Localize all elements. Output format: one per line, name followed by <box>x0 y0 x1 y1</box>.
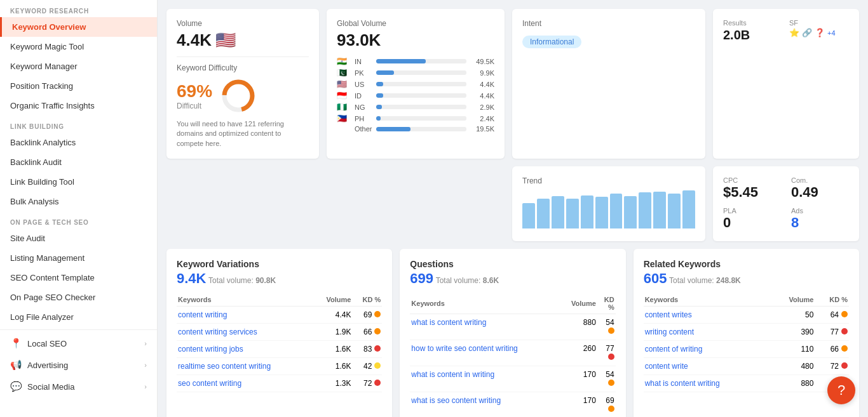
kv-table: Keywords Volume KD % content writing 4.4… <box>177 293 382 392</box>
country-flag: 🇺🇸 <box>337 79 351 89</box>
sidebar-item-seo-content-template[interactable]: SEO Content Template <box>0 268 157 288</box>
ads-label: Ads <box>791 207 849 215</box>
trend-card: Trend <box>512 166 705 241</box>
volume-bar <box>376 93 383 98</box>
keyword-link[interactable]: realtime seo content writing <box>178 362 271 371</box>
table-row: what is content in writing 170 54 <box>410 366 615 392</box>
sidebar-item-position-tracking[interactable]: Position Tracking <box>0 76 157 96</box>
rk-summary: 605 Total volume: 248.8K <box>644 270 849 287</box>
table-row: content writing services 1.9K 66 <box>177 324 382 341</box>
keyword-cell: realtime seo content writing <box>177 358 313 375</box>
sidebar-item-local-seo[interactable]: 📍 Local SEO › <box>0 333 157 354</box>
volume-cell: 110 <box>770 341 815 358</box>
sidebar-item-social-media[interactable]: 💬 Social Media › <box>0 376 157 397</box>
global-volume-rows: 🇮🇳 IN 49.5K 🇵🇰 PK 9.9K 🇺🇸 US 4.4K 🇮🇩 ID <box>337 56 494 133</box>
keyword-link[interactable]: how to write seo content writing <box>411 344 517 353</box>
kd-cell: 83 <box>352 341 382 358</box>
keyword-link[interactable]: content writing <box>178 310 227 319</box>
sidebar: KEYWORD RESEARCH Keyword Overview Keywor… <box>0 0 158 417</box>
trend-bar <box>552 196 564 228</box>
keyword-link[interactable]: seo content writing <box>178 379 241 388</box>
table-row: content writes 50 64 <box>644 307 849 324</box>
keyword-cell: content write <box>644 358 771 375</box>
table-row: writing content 390 77 <box>644 324 849 341</box>
kd-cell: 69 <box>352 307 382 324</box>
keyword-cell: what is content in writing <box>410 366 570 392</box>
list-item: 🇵🇭 PH 2.4K <box>337 114 494 123</box>
volume-bar-bg <box>376 93 466 98</box>
bottom-section: Keyword Variations 9.4K Total volume: 90… <box>166 249 859 417</box>
keyword-cell: what is content writing <box>644 375 771 392</box>
sidebar-item-backlink-analytics[interactable]: Backlink Analytics <box>0 133 157 152</box>
sidebar-item-advertising[interactable]: 📢 Advertising › <box>0 354 157 376</box>
sidebar-item-keyword-overview[interactable]: Keyword Overview <box>0 17 157 37</box>
sidebar-item-site-audit[interactable]: Site Audit <box>0 228 157 248</box>
volume-cell: 4.4K <box>313 307 352 324</box>
star-icon: ⭐ <box>789 28 799 37</box>
country-flag: 🇮🇳 <box>337 56 351 66</box>
country-code: NG <box>355 103 372 111</box>
question-icon: ❓ <box>815 28 825 37</box>
sidebar-item-label: Backlink Analytics <box>10 138 76 147</box>
sidebar-item-label: Local SEO <box>27 339 67 348</box>
country-code: ID <box>355 92 372 100</box>
volume-cell: 170 <box>570 366 597 392</box>
sidebar-item-label: Site Audit <box>10 234 45 243</box>
country-code: PH <box>355 115 372 122</box>
sidebar-item-label: On Page SEO Checker <box>10 293 95 302</box>
keyword-link[interactable]: content of writing <box>645 345 703 354</box>
keyword-cell: what is content writing <box>410 314 570 340</box>
sidebar-item-organic-traffic-insights[interactable]: Organic Traffic Insights <box>0 96 157 116</box>
social-icon: 💬 <box>10 381 22 392</box>
volume-cell: 260 <box>570 340 597 366</box>
intent-label: Intent <box>522 19 695 28</box>
list-item: 🇮🇳 IN 49.5K <box>337 56 494 66</box>
chevron-right-icon: › <box>144 361 147 369</box>
rk-count: 605 <box>644 270 667 286</box>
keyword-cell: writing content <box>644 324 771 341</box>
country-code: Other <box>355 125 372 133</box>
help-button[interactable]: ? <box>827 376 855 404</box>
sidebar-item-label: SEO Content Template <box>10 273 95 282</box>
keyword-cell: content writing services <box>177 324 313 341</box>
keyword-link[interactable]: writing content <box>645 328 694 336</box>
sidebar-item-bulk-analysis[interactable]: Bulk Analysis <box>0 192 157 211</box>
metrics-card: CPC $5.45 Com. 0.49 PLA 0 Ads 8 <box>713 166 859 241</box>
sidebar-item-keyword-manager[interactable]: Keyword Manager <box>0 56 157 76</box>
sidebar-item-listing-management[interactable]: Listing Management <box>0 248 157 268</box>
sidebar-item-label: Advertising <box>27 361 68 370</box>
keyword-link[interactable]: what is content writing <box>411 318 486 327</box>
volume-bar-bg <box>376 70 466 75</box>
keyword-link[interactable]: what is content in writing <box>411 370 494 379</box>
sidebar-item-backlink-audit[interactable]: Backlink Audit <box>0 152 157 172</box>
sidebar-item-on-page-seo-checker[interactable]: On Page SEO Checker <box>0 288 157 307</box>
volume-bar-bg <box>376 82 466 86</box>
sidebar-item-keyword-magic-tool[interactable]: Keyword Magic Tool <box>0 37 157 56</box>
kd-indicator <box>841 362 848 369</box>
keyword-cell: content writing jobs <box>177 341 313 358</box>
keyword-link[interactable]: content writing jobs <box>178 345 243 354</box>
sidebar-item-log-file-analyzer[interactable]: Log File Analyzer <box>0 307 157 327</box>
q-summary: 699 Total volume: 8.6K <box>410 270 615 287</box>
keyword-link[interactable]: what is content writing <box>645 379 720 388</box>
col-keywords: Keywords <box>177 293 313 307</box>
sidebar-section-link-building: LINK BUILDING Backlink Analytics Backlin… <box>0 116 157 211</box>
volume-cell: 50 <box>770 307 815 324</box>
sidebar-section-label: ON PAGE & TECH SEO <box>0 211 157 228</box>
kd-indicator <box>608 380 614 386</box>
country-code: IN <box>355 58 372 65</box>
keyword-link[interactable]: content writing services <box>178 328 257 336</box>
sidebar-item-link-building-tool[interactable]: Link Building Tool <box>0 172 157 192</box>
volume-bar <box>376 59 426 63</box>
keyword-link[interactable]: what is seo content writing <box>411 396 501 405</box>
keyword-link[interactable]: content writes <box>645 310 692 319</box>
global-volume-card: Global Volume 93.0K 🇮🇳 IN 49.5K 🇵🇰 PK 9.… <box>327 9 505 159</box>
keyword-link[interactable]: content write <box>645 362 688 371</box>
global-volume-value: 93.0K <box>337 30 494 50</box>
results-card: Results 2.0B SF ⭐ 🔗 ❓ +4 <box>713 9 859 159</box>
volume-cell: 170 <box>570 392 597 417</box>
table-row: seo content writing 1.3K 72 <box>177 375 382 392</box>
kd-donut-chart <box>220 77 257 114</box>
intent-card: Intent Informational <box>512 9 705 159</box>
kd-indicator <box>608 406 614 412</box>
